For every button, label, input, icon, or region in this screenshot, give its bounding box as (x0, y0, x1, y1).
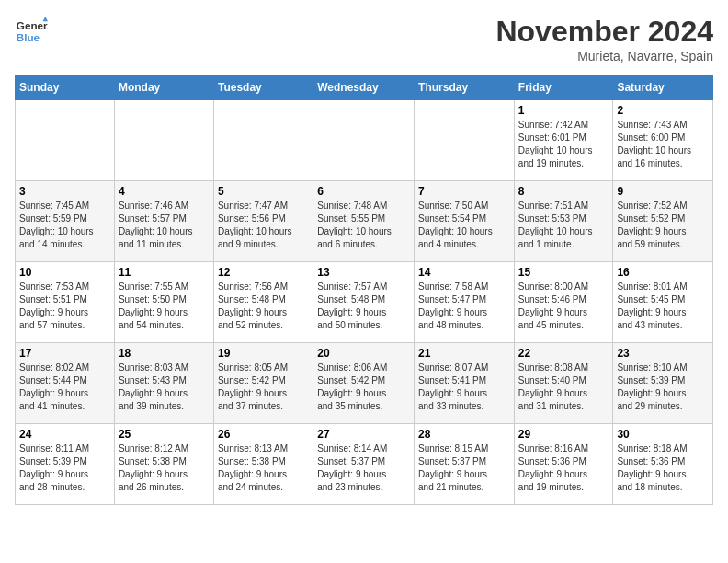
calendar-cell: 17Sunrise: 8:02 AM Sunset: 5:44 PM Dayli… (16, 343, 115, 424)
calendar-cell: 29Sunrise: 8:16 AM Sunset: 5:36 PM Dayli… (514, 424, 613, 505)
day-info: Sunrise: 8:06 AM Sunset: 5:42 PM Dayligh… (317, 362, 410, 413)
svg-text:Blue: Blue (17, 31, 40, 43)
calendar-cell: 28Sunrise: 8:15 AM Sunset: 5:37 PM Dayli… (415, 424, 515, 505)
day-number: 22 (518, 347, 609, 360)
day-number: 3 (19, 185, 110, 198)
day-info: Sunrise: 8:16 AM Sunset: 5:36 PM Dayligh… (518, 442, 609, 494)
calendar-cell: 19Sunrise: 8:05 AM Sunset: 5:42 PM Dayli… (213, 343, 313, 424)
day-info: Sunrise: 8:12 AM Sunset: 5:38 PM Dayligh… (119, 442, 210, 494)
day-info: Sunrise: 8:05 AM Sunset: 5:42 PM Dayligh… (218, 362, 309, 413)
calendar-cell: 1Sunrise: 7:42 AM Sunset: 6:01 PM Daylig… (514, 100, 613, 181)
day-number: 15 (518, 266, 609, 279)
calendar-week-row: 1Sunrise: 7:42 AM Sunset: 6:01 PM Daylig… (16, 100, 713, 181)
day-info: Sunrise: 8:14 AM Sunset: 5:37 PM Dayligh… (317, 442, 410, 494)
calendar-cell: 27Sunrise: 8:14 AM Sunset: 5:37 PM Dayli… (313, 424, 415, 505)
calendar-cell: 14Sunrise: 7:58 AM Sunset: 5:47 PM Dayli… (415, 262, 515, 343)
day-info: Sunrise: 8:03 AM Sunset: 5:43 PM Dayligh… (119, 362, 210, 413)
header-friday: Friday (514, 75, 613, 100)
day-number: 17 (19, 347, 110, 360)
day-info: Sunrise: 7:47 AM Sunset: 5:56 PM Dayligh… (218, 200, 309, 251)
day-number: 2 (617, 104, 709, 117)
calendar-week-row: 24Sunrise: 8:11 AM Sunset: 5:39 PM Dayli… (16, 424, 713, 505)
calendar-table: SundayMondayTuesdayWednesdayThursdayFrid… (15, 75, 713, 505)
day-info: Sunrise: 7:50 AM Sunset: 5:54 PM Dayligh… (418, 200, 510, 251)
calendar-cell: 22Sunrise: 8:08 AM Sunset: 5:40 PM Dayli… (514, 343, 613, 424)
calendar-cell: 13Sunrise: 7:57 AM Sunset: 5:48 PM Dayli… (313, 262, 415, 343)
calendar-cell (415, 100, 515, 181)
calendar-week-row: 10Sunrise: 7:53 AM Sunset: 5:51 PM Dayli… (16, 262, 713, 343)
day-number: 28 (418, 428, 510, 441)
calendar-cell (213, 100, 313, 181)
day-info: Sunrise: 8:11 AM Sunset: 5:39 PM Dayligh… (19, 442, 110, 494)
logo-icon: General Blue (15, 15, 48, 48)
calendar-cell (313, 100, 415, 181)
day-info: Sunrise: 8:18 AM Sunset: 5:36 PM Dayligh… (617, 442, 709, 494)
day-number: 24 (19, 428, 110, 441)
header-wednesday: Wednesday (313, 75, 415, 100)
calendar-cell: 24Sunrise: 8:11 AM Sunset: 5:39 PM Dayli… (16, 424, 115, 505)
calendar-cell: 23Sunrise: 8:10 AM Sunset: 5:39 PM Dayli… (613, 343, 713, 424)
header-monday: Monday (114, 75, 213, 100)
day-info: Sunrise: 8:01 AM Sunset: 5:45 PM Dayligh… (617, 281, 709, 332)
day-info: Sunrise: 8:08 AM Sunset: 5:40 PM Dayligh… (518, 362, 609, 413)
calendar-cell: 8Sunrise: 7:51 AM Sunset: 5:53 PM Daylig… (514, 181, 613, 262)
day-number: 18 (119, 347, 210, 360)
day-number: 16 (617, 266, 709, 279)
calendar-cell: 26Sunrise: 8:13 AM Sunset: 5:38 PM Dayli… (213, 424, 313, 505)
calendar-cell: 7Sunrise: 7:50 AM Sunset: 5:54 PM Daylig… (415, 181, 515, 262)
calendar-cell: 9Sunrise: 7:52 AM Sunset: 5:52 PM Daylig… (613, 181, 713, 262)
calendar-cell: 20Sunrise: 8:06 AM Sunset: 5:42 PM Dayli… (313, 343, 415, 424)
calendar-cell: 2Sunrise: 7:43 AM Sunset: 6:00 PM Daylig… (613, 100, 713, 181)
calendar-week-row: 17Sunrise: 8:02 AM Sunset: 5:44 PM Dayli… (16, 343, 713, 424)
day-number: 29 (518, 428, 609, 441)
day-number: 11 (119, 266, 210, 279)
day-number: 6 (317, 185, 410, 198)
logo: General Blue (15, 15, 48, 48)
day-info: Sunrise: 7:48 AM Sunset: 5:55 PM Dayligh… (317, 200, 410, 251)
month-title: November 2024 (495, 15, 713, 49)
day-info: Sunrise: 7:55 AM Sunset: 5:50 PM Dayligh… (119, 281, 210, 332)
day-info: Sunrise: 7:46 AM Sunset: 5:57 PM Dayligh… (119, 200, 210, 251)
calendar-cell: 3Sunrise: 7:45 AM Sunset: 5:59 PM Daylig… (16, 181, 115, 262)
day-info: Sunrise: 7:42 AM Sunset: 6:01 PM Dayligh… (518, 119, 609, 170)
page-header: General Blue November 2024 Murieta, Nava… (15, 15, 713, 63)
day-number: 21 (418, 347, 510, 360)
day-number: 7 (418, 185, 510, 198)
title-block: November 2024 Murieta, Navarre, Spain (495, 15, 713, 63)
day-number: 10 (19, 266, 110, 279)
calendar-cell: 12Sunrise: 7:56 AM Sunset: 5:48 PM Dayli… (213, 262, 313, 343)
calendar-header-row: SundayMondayTuesdayWednesdayThursdayFrid… (16, 75, 713, 100)
calendar-cell: 16Sunrise: 8:01 AM Sunset: 5:45 PM Dayli… (613, 262, 713, 343)
day-info: Sunrise: 8:15 AM Sunset: 5:37 PM Dayligh… (418, 442, 510, 494)
header-sunday: Sunday (16, 75, 115, 100)
calendar-week-row: 3Sunrise: 7:45 AM Sunset: 5:59 PM Daylig… (16, 181, 713, 262)
day-number: 23 (617, 347, 709, 360)
header-saturday: Saturday (613, 75, 713, 100)
calendar-cell: 21Sunrise: 8:07 AM Sunset: 5:41 PM Dayli… (415, 343, 515, 424)
calendar-cell: 15Sunrise: 8:00 AM Sunset: 5:46 PM Dayli… (514, 262, 613, 343)
day-number: 1 (518, 104, 609, 117)
day-info: Sunrise: 7:56 AM Sunset: 5:48 PM Dayligh… (218, 281, 309, 332)
day-number: 4 (119, 185, 210, 198)
day-info: Sunrise: 7:45 AM Sunset: 5:59 PM Dayligh… (19, 200, 110, 251)
day-number: 5 (218, 185, 309, 198)
day-info: Sunrise: 8:10 AM Sunset: 5:39 PM Dayligh… (617, 362, 709, 413)
day-info: Sunrise: 7:58 AM Sunset: 5:47 PM Dayligh… (418, 281, 510, 332)
day-info: Sunrise: 8:02 AM Sunset: 5:44 PM Dayligh… (19, 362, 110, 413)
day-info: Sunrise: 8:07 AM Sunset: 5:41 PM Dayligh… (418, 362, 510, 413)
day-info: Sunrise: 7:52 AM Sunset: 5:52 PM Dayligh… (617, 200, 709, 251)
calendar-cell (114, 100, 213, 181)
calendar-cell: 4Sunrise: 7:46 AM Sunset: 5:57 PM Daylig… (114, 181, 213, 262)
calendar-cell: 25Sunrise: 8:12 AM Sunset: 5:38 PM Dayli… (114, 424, 213, 505)
day-number: 30 (617, 428, 709, 441)
calendar-cell: 10Sunrise: 7:53 AM Sunset: 5:51 PM Dayli… (16, 262, 115, 343)
day-number: 12 (218, 266, 309, 279)
day-number: 25 (119, 428, 210, 441)
day-info: Sunrise: 7:51 AM Sunset: 5:53 PM Dayligh… (518, 200, 609, 251)
day-number: 26 (218, 428, 309, 441)
day-number: 13 (317, 266, 410, 279)
header-tuesday: Tuesday (213, 75, 313, 100)
calendar-cell: 5Sunrise: 7:47 AM Sunset: 5:56 PM Daylig… (213, 181, 313, 262)
day-number: 19 (218, 347, 309, 360)
calendar-cell (16, 100, 115, 181)
